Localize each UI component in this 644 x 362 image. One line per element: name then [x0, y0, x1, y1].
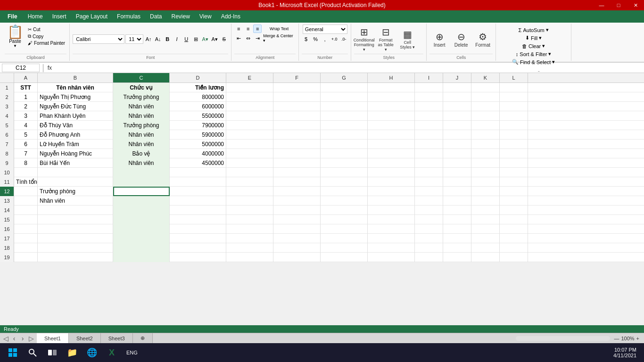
list-item[interactable]: [273, 177, 321, 187]
list-item[interactable]: [113, 196, 170, 206]
list-item[interactable]: [443, 187, 471, 196]
list-item[interactable]: [273, 224, 321, 234]
list-item[interactable]: [273, 149, 321, 158]
indent-left-button[interactable]: ⇤: [234, 34, 243, 42]
delete-button[interactable]: ⊖ Delete: [451, 27, 471, 51]
list-item[interactable]: Nguyễn Đức Tùng: [38, 102, 113, 111]
list-item[interactable]: [368, 92, 415, 102]
list-item[interactable]: [226, 149, 273, 158]
list-item[interactable]: [443, 158, 471, 168]
addins-menu[interactable]: Add-Ins: [216, 10, 245, 23]
row-number[interactable]: 13: [0, 196, 14, 206]
currency-button[interactable]: $: [302, 35, 310, 43]
list-item[interactable]: [500, 224, 528, 234]
list-item[interactable]: [368, 215, 415, 224]
list-item[interactable]: [38, 224, 113, 234]
list-item[interactable]: [321, 224, 368, 234]
list-item[interactable]: [273, 253, 321, 262]
list-item[interactable]: 4: [14, 121, 38, 130]
list-item[interactable]: Nhân viên: [113, 102, 170, 111]
list-item[interactable]: [368, 187, 415, 196]
list-item[interactable]: [226, 168, 273, 177]
row-number[interactable]: 4: [0, 111, 14, 121]
list-item[interactable]: [443, 130, 471, 140]
list-item[interactable]: [170, 187, 226, 196]
list-item[interactable]: 8: [14, 158, 38, 168]
row-number[interactable]: 3: [0, 102, 14, 111]
list-item[interactable]: [471, 168, 500, 177]
insert-button[interactable]: ⊕ Insert: [429, 27, 449, 51]
list-item[interactable]: [113, 206, 170, 215]
review-menu[interactable]: Review: [166, 10, 194, 23]
list-item[interactable]: [38, 243, 113, 253]
list-item[interactable]: [415, 83, 443, 92]
list-item[interactable]: [273, 92, 321, 102]
list-item[interactable]: [273, 83, 321, 92]
list-item[interactable]: [500, 83, 528, 92]
col-header-c[interactable]: C: [113, 73, 170, 82]
list-item[interactable]: [14, 253, 38, 262]
list-item[interactable]: [14, 206, 38, 215]
col-header-f[interactable]: F: [273, 73, 321, 82]
list-item[interactable]: [273, 206, 321, 215]
list-item[interactable]: [226, 111, 273, 121]
list-item[interactable]: [226, 187, 273, 196]
list-item[interactable]: [471, 102, 500, 111]
list-item[interactable]: [226, 215, 273, 224]
percent-button[interactable]: %: [311, 35, 320, 43]
list-item[interactable]: [321, 111, 368, 121]
col-header-e[interactable]: E: [226, 73, 273, 82]
list-item[interactable]: [443, 140, 471, 149]
row-number[interactable]: 14: [0, 206, 14, 215]
list-item[interactable]: [443, 234, 471, 243]
list-item[interactable]: [500, 140, 528, 149]
conditional-formatting-button[interactable]: ⊞ ConditionalFormatting ▾: [354, 27, 374, 51]
italic-button[interactable]: I: [173, 35, 181, 43]
list-item[interactable]: [38, 206, 113, 215]
list-item[interactable]: [321, 102, 368, 111]
align-right-button[interactable]: ≡: [253, 25, 262, 33]
list-item[interactable]: [226, 224, 273, 234]
list-item[interactable]: [321, 140, 368, 149]
fill-color-button[interactable]: A▾: [201, 35, 209, 43]
list-item[interactable]: [415, 177, 443, 187]
data-menu[interactable]: Data: [145, 10, 166, 23]
list-item[interactable]: [471, 149, 500, 158]
list-item[interactable]: [273, 168, 321, 177]
list-item[interactable]: [368, 121, 415, 130]
list-item[interactable]: [113, 177, 170, 187]
list-item[interactable]: [321, 168, 368, 177]
list-item[interactable]: [471, 121, 500, 130]
font-name-select[interactable]: Calibri: [73, 34, 124, 44]
indent-center-button[interactable]: ⇔: [244, 34, 252, 42]
list-item[interactable]: [443, 102, 471, 111]
list-item[interactable]: [38, 177, 113, 187]
list-item[interactable]: [273, 121, 321, 130]
list-item[interactable]: [273, 102, 321, 111]
list-item[interactable]: [113, 224, 170, 234]
list-item[interactable]: [226, 92, 273, 102]
list-item[interactable]: [415, 168, 443, 177]
list-item[interactable]: [226, 206, 273, 215]
list-item[interactable]: [471, 196, 500, 206]
list-item[interactable]: [321, 130, 368, 140]
list-item[interactable]: [443, 149, 471, 158]
list-item[interactable]: [500, 243, 528, 253]
col-header-h[interactable]: H: [368, 73, 415, 82]
list-item[interactable]: [500, 215, 528, 224]
bold-button[interactable]: B: [163, 35, 172, 43]
indent-right-button[interactable]: ⇥: [253, 34, 262, 42]
list-item[interactable]: [273, 243, 321, 253]
format-as-table-button[interactable]: ⊟ Formatas Table ▾: [376, 27, 396, 51]
cell-name-box[interactable]: [2, 64, 40, 72]
col-header-a[interactable]: A: [14, 73, 38, 82]
list-item[interactable]: [38, 168, 113, 177]
list-item[interactable]: [471, 187, 500, 196]
list-item[interactable]: [170, 206, 226, 215]
list-item[interactable]: [471, 215, 500, 224]
col-header-b[interactable]: B: [38, 73, 113, 82]
list-item[interactable]: [500, 168, 528, 177]
list-item[interactable]: [415, 140, 443, 149]
file-menu[interactable]: File: [2, 10, 23, 23]
list-item[interactable]: [443, 92, 471, 102]
